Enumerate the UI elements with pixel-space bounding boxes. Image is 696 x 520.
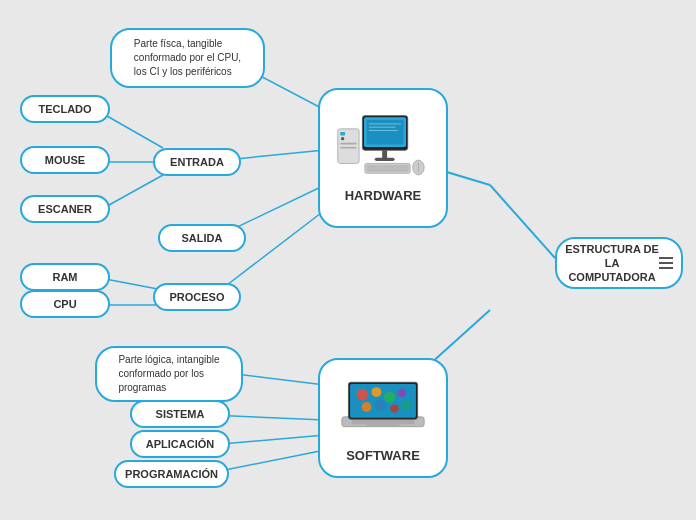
svg-rect-27 — [340, 142, 356, 144]
hamburger-icon[interactable] — [659, 257, 673, 269]
svg-point-37 — [371, 387, 381, 397]
svg-point-38 — [384, 391, 396, 403]
svg-point-40 — [362, 402, 372, 412]
hardware-image-node: HARDWARE — [318, 88, 448, 228]
svg-rect-25 — [340, 132, 345, 135]
mouse-node: MOUSE — [20, 146, 110, 174]
proceso-node: PROCESO — [153, 283, 241, 311]
proceso-label: PROCESO — [169, 291, 224, 303]
hardware-desc-label: Parte físca, tangible conformado por el … — [134, 37, 241, 79]
sistema-label: SISTEMA — [156, 408, 205, 420]
cpu-label: CPU — [53, 298, 76, 310]
teclado-node: TECLADO — [20, 95, 110, 123]
ram-label: RAM — [52, 271, 77, 283]
cpu-node: CPU — [20, 290, 110, 318]
svg-point-42 — [390, 404, 398, 412]
aplicacion-label: APLICACIÓN — [146, 438, 214, 450]
entrada-label: ENTRADA — [170, 156, 224, 168]
software-image-node: SOFTWARE — [318, 358, 448, 478]
salida-node: SALIDA — [158, 224, 246, 252]
software-desc-label: Parte lógica, intangible conformado por … — [118, 353, 219, 395]
svg-line-0 — [490, 185, 555, 258]
svg-rect-44 — [352, 420, 415, 424]
entrada-node: ENTRADA — [153, 148, 241, 176]
hardware-desc-node: Parte físca, tangible conformado por el … — [110, 28, 265, 88]
software-label: SOFTWARE — [346, 448, 420, 463]
hardware-label: HARDWARE — [345, 188, 422, 203]
svg-rect-22 — [382, 150, 387, 158]
estructura-label: ESTRUCTURA DE LA COMPUTADORA — [565, 242, 659, 285]
svg-point-36 — [357, 388, 369, 400]
svg-rect-30 — [367, 165, 409, 172]
aplicacion-node: APLICACIÓN — [130, 430, 230, 458]
svg-point-26 — [341, 137, 344, 140]
svg-rect-28 — [340, 146, 356, 148]
computer-svg — [333, 114, 433, 184]
programacion-node: PROGRAMACIÓN — [114, 460, 229, 488]
software-desc-node: Parte lógica, intangible conformado por … — [95, 346, 243, 402]
escaner-node: ESCANER — [20, 195, 110, 223]
svg-point-43 — [401, 400, 411, 410]
sistema-node: SISTEMA — [130, 400, 230, 428]
teclado-label: TECLADO — [38, 103, 91, 115]
laptop-svg — [333, 374, 433, 444]
mouse-label: MOUSE — [45, 154, 85, 166]
svg-rect-45 — [367, 424, 400, 426]
svg-point-41 — [375, 399, 387, 411]
ram-node: RAM — [20, 263, 110, 291]
salida-label: SALIDA — [182, 232, 223, 244]
svg-rect-23 — [375, 157, 395, 160]
programacion-label: PROGRAMACIÓN — [125, 468, 218, 480]
estructura-node: ESTRUCTURA DE LA COMPUTADORA — [555, 237, 683, 289]
escaner-label: ESCANER — [38, 203, 92, 215]
svg-line-5 — [100, 112, 163, 148]
svg-point-39 — [398, 388, 406, 396]
